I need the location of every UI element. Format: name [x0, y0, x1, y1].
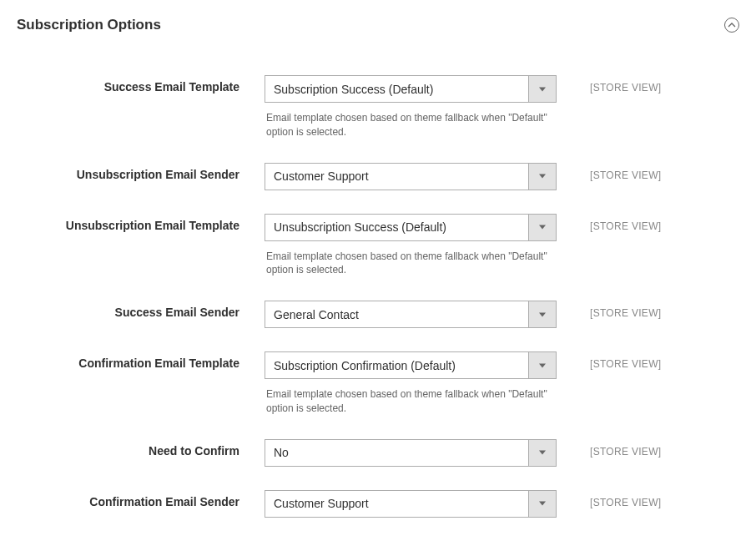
label-unsubscription-email-template: Unsubscription Email Template [17, 214, 265, 232]
select-unsubscription-email-sender[interactable]: Customer Support [265, 163, 557, 190]
field-need-to-confirm: No [265, 439, 557, 467]
hint-row-confirmation-email-template: Email template chosen based on theme fal… [17, 384, 739, 416]
scope-label: [STORE VIEW] [557, 301, 682, 319]
select-value: Customer Support [265, 164, 528, 190]
section-header: Subscription Options [17, 17, 739, 33]
field-success-email-template: Subscription Success (Default) [265, 75, 557, 103]
label-success-email-sender: Success Email Sender [17, 301, 265, 319]
chevron-down-icon [539, 173, 546, 179]
row-success-email-template: Success Email Template Subscription Succ… [17, 75, 739, 103]
section-title: Subscription Options [17, 17, 161, 33]
select-need-to-confirm[interactable]: No [265, 439, 557, 467]
label-unsubscription-email-sender: Unsubscription Email Sender [17, 163, 265, 181]
select-dropdown-button [528, 164, 556, 190]
row-unsubscription-email-template: Unsubscription Email Template Unsubscrip… [17, 214, 739, 241]
chevron-down-icon [539, 362, 546, 369]
hint-text: Email template chosen based on theme fal… [265, 384, 557, 416]
form-rows: Success Email Template Subscription Succ… [17, 75, 739, 541]
scope-label: [STORE VIEW] [557, 163, 682, 181]
row-confirmation-email-sender: Confirmation Email Sender Customer Suppo… [17, 490, 739, 518]
field-confirmation-email-template: Subscription Confirmation (Default) [265, 351, 557, 379]
row-need-to-confirm: Need to Confirm No [STORE VIEW] [17, 439, 739, 467]
field-unsubscription-email-sender: Customer Support [265, 163, 557, 190]
chevron-down-icon [539, 224, 546, 230]
chevron-up-icon [728, 21, 736, 29]
select-value: Subscription Success (Default) [265, 76, 528, 102]
label-need-to-confirm: Need to Confirm [17, 439, 265, 458]
select-confirmation-email-template[interactable]: Subscription Confirmation (Default) [265, 351, 557, 379]
field-unsubscription-email-template: Unsubscription Success (Default) [265, 214, 557, 241]
chevron-down-icon [539, 500, 546, 507]
select-success-email-template[interactable]: Subscription Success (Default) [265, 75, 557, 103]
chevron-down-icon [539, 449, 546, 456]
scope-label: [STORE VIEW] [557, 351, 682, 370]
chevron-down-icon [539, 86, 546, 93]
select-value: Unsubscription Success (Default) [265, 215, 528, 240]
select-success-email-sender[interactable]: General Contact [265, 301, 557, 328]
select-dropdown-button [528, 352, 556, 378]
hint-text: Email template chosen based on theme fal… [265, 246, 557, 278]
select-value: Customer Support [265, 491, 528, 517]
select-value: No [265, 440, 528, 466]
select-confirmation-email-sender[interactable]: Customer Support [265, 490, 557, 518]
scope-label: [STORE VIEW] [557, 490, 682, 508]
field-confirmation-email-sender: Customer Support [265, 490, 557, 518]
select-dropdown-button [528, 440, 556, 466]
label-confirmation-email-sender: Confirmation Email Sender [17, 490, 265, 508]
scope-label: [STORE VIEW] [557, 75, 682, 94]
hint-row-unsubscription-email-template: Email template chosen based on theme fal… [17, 246, 739, 278]
collapse-toggle[interactable] [724, 18, 739, 33]
select-dropdown-button [528, 215, 556, 240]
scope-label: [STORE VIEW] [557, 214, 682, 232]
chevron-down-icon [539, 311, 546, 318]
label-success-email-template: Success Email Template [17, 75, 265, 94]
row-success-email-sender: Success Email Sender General Contact [ST… [17, 301, 739, 328]
row-unsubscription-email-sender: Unsubscription Email Sender Customer Sup… [17, 163, 739, 190]
select-value: Subscription Confirmation (Default) [265, 352, 528, 378]
select-value: General Contact [265, 301, 528, 327]
hint-text: Email template chosen based on theme fal… [265, 108, 557, 139]
select-unsubscription-email-template[interactable]: Unsubscription Success (Default) [265, 214, 557, 241]
select-dropdown-button [528, 76, 556, 102]
select-dropdown-button [528, 301, 556, 327]
label-confirmation-email-template: Confirmation Email Template [17, 351, 265, 370]
hint-row-success-email-template: Email template chosen based on theme fal… [17, 108, 739, 139]
field-success-email-sender: General Contact [265, 301, 557, 328]
scope-label: [STORE VIEW] [557, 439, 682, 458]
select-dropdown-button [528, 491, 556, 517]
row-confirmation-email-template: Confirmation Email Template Subscription… [17, 351, 739, 379]
